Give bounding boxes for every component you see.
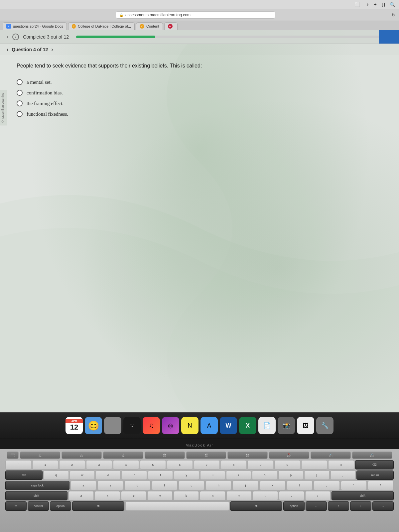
key-w[interactable]: w <box>70 470 95 480</box>
key-e[interactable]: e <box>96 470 121 480</box>
key-comma[interactable]: , <box>253 491 278 500</box>
key-z[interactable]: z <box>68 491 94 500</box>
key-x[interactable]: x <box>95 491 120 500</box>
key-arrow-left[interactable]: ← <box>306 501 327 511</box>
option-b[interactable]: confirmation bias. <box>17 90 386 96</box>
key-f11[interactable]: 🔉 F11 <box>311 452 351 459</box>
dock-music[interactable]: ♫ <box>143 417 160 434</box>
back-button[interactable]: ‹ <box>7 34 8 40</box>
radio-b[interactable] <box>17 90 23 96</box>
key-5[interactable]: 5 <box>140 460 166 469</box>
dock-pdf[interactable]: 📄 <box>258 417 276 434</box>
key-o[interactable]: o <box>252 470 277 480</box>
key-8[interactable]: 8 <box>221 460 247 469</box>
key-backtick[interactable]: ` <box>5 460 31 469</box>
search-icon[interactable]: 🔍 <box>390 2 395 7</box>
dock-blank1[interactable] <box>104 417 121 434</box>
radio-c[interactable] <box>17 100 23 106</box>
key-y[interactable]: y <box>174 470 199 480</box>
key-f10[interactable]: 🔇 F10 <box>269 452 309 459</box>
key-option-right[interactable]: option <box>283 501 305 511</box>
key-f6[interactable]: ☀ F6 <box>103 452 143 459</box>
key-f5[interactable]: ☼ F5 <box>62 452 102 459</box>
key-n[interactable]: n <box>200 491 225 500</box>
dock-word[interactable]: W <box>220 417 237 434</box>
key-return[interactable]: return <box>356 470 394 480</box>
key-1[interactable]: 1 <box>32 460 58 469</box>
key-0[interactable]: 0 <box>274 460 300 469</box>
key-3[interactable]: 3 <box>86 460 112 469</box>
tab-content[interactable]: C Content <box>136 22 163 30</box>
key-r[interactable]: r <box>122 470 147 480</box>
key-k[interactable]: k <box>260 481 286 490</box>
key-7[interactable]: 7 <box>194 460 220 469</box>
key-f4[interactable]: ·˙· F4 <box>20 452 60 459</box>
key-v[interactable]: v <box>147 491 173 500</box>
key-f8[interactable]: ▶II F8 <box>186 452 226 459</box>
key-arrow-right[interactable]: → <box>372 501 394 511</box>
key-command-left[interactable]: ⌘ <box>72 501 124 511</box>
reload-icon[interactable]: ↻ <box>392 12 396 18</box>
key-f[interactable]: f <box>152 481 178 490</box>
key-equals[interactable]: = <box>328 460 354 469</box>
key-minus[interactable]: - <box>301 460 327 469</box>
dock-screenshot[interactable]: 📸 <box>278 417 295 434</box>
radio-d[interactable] <box>17 111 23 117</box>
option-c[interactable]: the framing effect. <box>17 100 386 106</box>
key-slash[interactable]: / <box>305 491 331 500</box>
dock-mail[interactable]: A <box>200 417 218 434</box>
key-option[interactable]: option <box>50 501 71 511</box>
key-4[interactable]: 4 <box>113 460 139 469</box>
key-caps[interactable]: caps lock <box>5 481 69 490</box>
key-delete[interactable]: ⌫ <box>355 460 394 469</box>
option-d[interactable]: functional fixedness. <box>17 111 386 117</box>
key-rbracket[interactable]: ] <box>331 470 355 480</box>
key-period[interactable]: . <box>279 491 304 500</box>
key-shift-left[interactable]: shift <box>5 491 67 500</box>
dock-extra[interactable]: 🔧 <box>316 417 333 434</box>
dock-preview[interactable]: 🖼 <box>297 417 314 434</box>
key-lbracket[interactable]: [ <box>304 470 329 480</box>
key-arrow-down[interactable]: ↓ <box>350 501 371 511</box>
tab-college-dupage[interactable]: C College of DuPage | College of... <box>68 22 135 30</box>
address-bar[interactable]: 🔒 assessments.macmillanlearning.com <box>116 11 275 19</box>
dock-notes[interactable]: N <box>181 417 199 434</box>
dock-tv[interactable]: tv <box>123 417 141 434</box>
option-a[interactable]: a mental set. <box>17 79 386 85</box>
key-d[interactable]: d <box>124 481 150 490</box>
key-space[interactable] <box>125 501 229 511</box>
key-i[interactable]: i <box>226 470 251 480</box>
dock-finder[interactable]: 😊 <box>85 417 102 434</box>
key-p[interactable]: p <box>278 470 303 480</box>
key-2[interactable]: 2 <box>59 460 85 469</box>
radio-a[interactable] <box>17 79 23 85</box>
key-a[interactable]: a <box>70 481 96 490</box>
dock-excel[interactable]: X <box>239 417 256 434</box>
tab-google-docs[interactable]: ≡ questions spr24 - Google Docs <box>3 22 67 30</box>
key-q[interactable]: q <box>44 470 68 480</box>
key-9[interactable]: 9 <box>247 460 273 469</box>
key-backslash[interactable]: \ <box>368 481 394 490</box>
key-arrow-up[interactable]: ↑ <box>328 501 349 511</box>
key-s[interactable]: s <box>97 481 123 490</box>
key-m[interactable]: m <box>226 491 252 500</box>
prev-question-button[interactable]: ‹ <box>7 47 8 53</box>
tab-m[interactable]: M <box>164 22 178 30</box>
key-6[interactable]: 6 <box>167 460 193 469</box>
key-b[interactable]: b <box>174 491 199 500</box>
key-l[interactable]: l <box>287 481 313 490</box>
key-f9[interactable]: ▶▶ F9 <box>227 452 268 459</box>
key-f12[interactable]: 🔊 F12 <box>352 452 392 459</box>
key-quote[interactable]: ' <box>341 481 367 490</box>
key-f7[interactable]: ◀◀ F7 <box>145 452 185 459</box>
dock-calendar[interactable]: APR 12 <box>66 417 83 434</box>
key-h[interactable]: h <box>205 481 231 490</box>
key-semicolon[interactable]: ; <box>314 481 339 490</box>
dock-podcasts[interactable]: ◎ <box>162 417 179 434</box>
key-fn-bottom[interactable]: fn <box>5 501 27 511</box>
key-fn[interactable]: □□□ □□□ <box>7 452 19 459</box>
key-t[interactable]: t <box>148 470 173 480</box>
key-shift-right[interactable]: shift <box>332 491 394 500</box>
key-command-right[interactable]: ⌘ <box>230 501 282 511</box>
key-c[interactable]: c <box>121 491 146 500</box>
